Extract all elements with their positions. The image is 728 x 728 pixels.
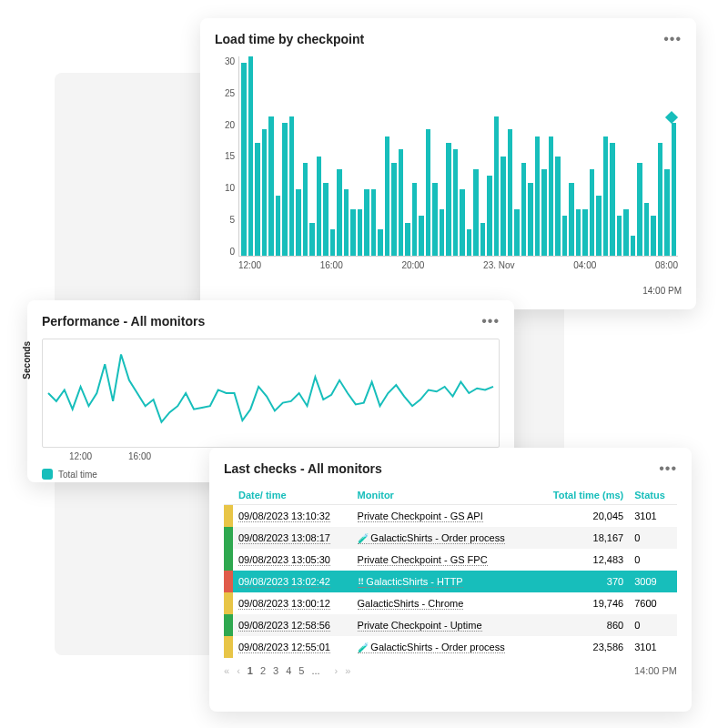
y-axis: 302520151050 bbox=[215, 56, 235, 257]
bar bbox=[658, 143, 663, 256]
bar bbox=[576, 209, 581, 256]
bar bbox=[330, 229, 336, 256]
status-color-indicator bbox=[224, 549, 233, 571]
status-cell: 3009 bbox=[629, 571, 677, 592]
status-cell: 3101 bbox=[629, 636, 677, 658]
more-icon[interactable]: ••• bbox=[659, 460, 677, 477]
datetime-cell: 09/08/2023 12:58:56 bbox=[238, 620, 330, 632]
bar bbox=[555, 157, 561, 257]
pagination: « ‹ 12345... › » 14:00 PM bbox=[224, 665, 677, 676]
bar bbox=[350, 209, 356, 256]
bar bbox=[432, 183, 438, 256]
table-row[interactable]: 09/08/2023 13:05:30Private Checkpoint - … bbox=[224, 549, 677, 571]
bar bbox=[617, 216, 622, 256]
bar bbox=[480, 223, 486, 256]
page-next-icon[interactable]: › bbox=[335, 665, 339, 676]
status-color-indicator bbox=[224, 527, 233, 549]
bar bbox=[358, 209, 363, 256]
y-axis-label: Seconds bbox=[22, 341, 32, 379]
bar bbox=[241, 63, 247, 256]
timestamp: 14:00 PM bbox=[215, 286, 682, 296]
bar bbox=[610, 143, 615, 256]
table-row[interactable]: 09/08/2023 13:02:42⠿ GalacticShirts - HT… bbox=[224, 571, 677, 592]
total-cell: 370 bbox=[535, 571, 629, 592]
bar bbox=[337, 169, 342, 256]
card-title: Load time by checkpoint bbox=[215, 32, 364, 46]
status-header[interactable]: Status bbox=[629, 486, 677, 505]
table-row[interactable]: 09/08/2023 12:55:01🧪 GalacticShirts - Or… bbox=[224, 636, 677, 658]
bar bbox=[391, 163, 397, 256]
monitor-cell: GalacticShirts - Chrome bbox=[358, 598, 464, 610]
bar bbox=[473, 169, 479, 256]
status-color-indicator bbox=[224, 571, 233, 592]
bar-chart: 302520151050 12:0016:0020:0023. Nov04:00… bbox=[215, 56, 682, 284]
page-number[interactable]: ... bbox=[311, 665, 319, 676]
monitor-cell: 🧪 GalacticShirts - Order process bbox=[358, 532, 505, 544]
card-header: Last checks - All monitors ••• bbox=[224, 460, 677, 477]
bar bbox=[344, 189, 349, 256]
datetime-cell: 09/08/2023 13:10:32 bbox=[238, 511, 330, 522]
bar bbox=[364, 189, 369, 256]
bar bbox=[467, 229, 472, 256]
table-row[interactable]: 09/08/2023 12:58:56Private Checkpoint - … bbox=[224, 614, 677, 636]
status-cell: 3101 bbox=[629, 505, 677, 528]
bar bbox=[405, 223, 410, 256]
total-cell: 23,586 bbox=[535, 636, 629, 658]
bar bbox=[596, 196, 602, 256]
bar bbox=[590, 169, 595, 256]
page-number[interactable]: 1 bbox=[248, 665, 253, 676]
line-chart: Seconds bbox=[42, 339, 500, 448]
bar bbox=[582, 209, 588, 256]
total-header[interactable]: Total time (ms) bbox=[535, 486, 629, 505]
table-row[interactable]: 09/08/2023 13:10:32Private Checkpoint - … bbox=[224, 505, 677, 528]
bar bbox=[651, 216, 656, 256]
bar bbox=[631, 236, 636, 256]
status-cell: 0 bbox=[629, 549, 677, 571]
legend-swatch bbox=[42, 469, 53, 480]
card-header: Load time by checkpoint ••• bbox=[215, 31, 682, 47]
monitor-type-icon: 🧪 bbox=[358, 533, 371, 544]
table-row[interactable]: 09/08/2023 13:00:12GalacticShirts - Chro… bbox=[224, 592, 677, 614]
bar bbox=[371, 189, 377, 256]
bar bbox=[317, 157, 322, 257]
total-cell: 860 bbox=[535, 614, 629, 636]
bar bbox=[309, 223, 315, 256]
datetime-cell: 09/08/2023 13:00:12 bbox=[238, 598, 330, 610]
load-time-card: Load time by checkpoint ••• 302520151050… bbox=[200, 18, 696, 309]
bar bbox=[569, 183, 574, 256]
bar bbox=[378, 229, 383, 256]
bar bbox=[535, 136, 541, 256]
bar bbox=[453, 149, 459, 256]
more-icon[interactable]: ••• bbox=[481, 313, 500, 329]
bar bbox=[460, 189, 465, 256]
last-checks-card: Last checks - All monitors ••• Date/ tim… bbox=[209, 448, 692, 712]
datetime-header[interactable]: Date/ time bbox=[233, 486, 352, 505]
page-number[interactable]: 3 bbox=[273, 665, 278, 676]
page-first-icon[interactable]: « bbox=[224, 665, 229, 676]
monitor-type-icon: 🧪 bbox=[358, 642, 371, 653]
page-number[interactable]: 5 bbox=[298, 665, 304, 676]
table-row[interactable]: 09/08/2023 13:08:17🧪 GalacticShirts - Or… bbox=[224, 527, 677, 549]
bar bbox=[541, 169, 547, 256]
total-cell: 12,483 bbox=[535, 549, 629, 571]
bar bbox=[248, 56, 254, 256]
page-prev-icon[interactable]: ‹ bbox=[237, 665, 240, 676]
datetime-cell: 09/08/2023 12:55:01 bbox=[238, 642, 330, 653]
page-last-icon[interactable]: » bbox=[345, 665, 350, 676]
more-icon[interactable]: ••• bbox=[663, 31, 682, 47]
bar bbox=[494, 116, 500, 256]
bar bbox=[276, 196, 281, 256]
monitor-type-icon: ⠿ bbox=[358, 577, 367, 588]
bar bbox=[296, 189, 301, 256]
page-number[interactable]: 2 bbox=[260, 665, 266, 676]
bar bbox=[446, 143, 451, 256]
page-number[interactable]: 4 bbox=[286, 665, 291, 676]
bar bbox=[664, 169, 670, 256]
timestamp: 14:00 PM bbox=[634, 665, 677, 676]
bar bbox=[644, 203, 650, 256]
bar bbox=[440, 209, 445, 256]
monitor-header[interactable]: Monitor bbox=[352, 486, 535, 505]
page-numbers: « ‹ 12345... › » bbox=[224, 665, 350, 676]
bar bbox=[268, 116, 274, 256]
monitor-cell: 🧪 GalacticShirts - Order process bbox=[358, 642, 505, 653]
